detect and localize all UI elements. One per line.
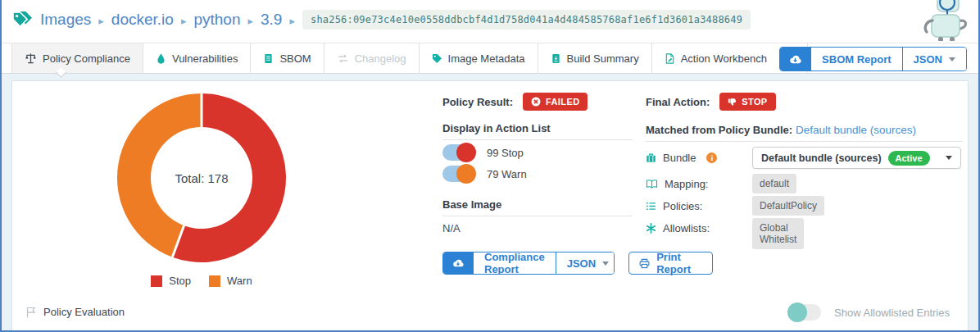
breadcrumb-separator-icon: ▸ (98, 13, 104, 27)
page-header: Images ▸ docker.io ▸ python ▸ 3.9 ▸ sha2… (2, 0, 978, 43)
chevron-down-icon (602, 262, 609, 266)
policies-label: Policies: (663, 200, 702, 212)
tab-vulnerabilities[interactable]: Vulnerabilities (143, 43, 251, 73)
divider (442, 139, 633, 140)
tab-label: Policy Compliance (43, 52, 130, 65)
mapping-value-chip: default (752, 174, 796, 193)
warn-toggle-label: 79 Warn (487, 168, 527, 180)
sbom-report-button[interactable]: SBOM Report (810, 48, 902, 70)
divider (646, 141, 963, 142)
tab-build-summary[interactable]: Build Summary (538, 43, 652, 73)
asterisk-icon (646, 223, 656, 234)
policies-value-chip: DefaultPolicy (752, 196, 824, 216)
breadcrumb-separator-icon: ▸ (289, 13, 295, 27)
chevron-down-icon (946, 156, 952, 160)
printer-icon (639, 258, 650, 269)
base-image-title: Base Image (442, 198, 633, 211)
legend-item-stop: Stop (151, 275, 191, 287)
legend-label: Warn (227, 275, 252, 287)
breadcrumb-registry[interactable]: docker.io (111, 11, 174, 29)
breadcrumb-images[interactable]: Images (40, 11, 91, 29)
tab-label: Action Workbench (681, 52, 767, 65)
base-image-value: N/A (442, 222, 461, 234)
stop-toggle-label: 99 Stop (487, 147, 524, 159)
final-action-badge[interactable]: STOP (719, 93, 775, 111)
tab-changelog: Changelog (324, 43, 420, 73)
policy-result-value: FAILED (546, 97, 580, 107)
breadcrumb-separator-icon: ▸ (181, 13, 187, 27)
policy-evaluation-title: Policy Evaluation (43, 306, 125, 318)
breadcrumb-repository[interactable]: python (193, 11, 240, 29)
print-report-label: Print Report (656, 251, 702, 275)
matched-bundle-link[interactable]: Default bundle (sources) (796, 124, 916, 136)
droplet-icon (156, 53, 166, 64)
warn-color-swatch (209, 275, 220, 287)
legend-item-warn: Warn (209, 275, 252, 287)
divider (442, 216, 633, 216)
action-list-title: Display in Action List (442, 122, 633, 134)
allowlists-value-chip: Global Whitelist (752, 218, 804, 249)
workbench-icon (665, 53, 675, 64)
bundle-select-value: Default bundle (sources) (761, 152, 882, 164)
tag-icon (432, 53, 442, 64)
warn-display-toggle[interactable] (442, 166, 475, 182)
stop-display-toggle[interactable] (442, 144, 475, 161)
bundle-select[interactable]: Default bundle (sources) Active (752, 147, 961, 169)
legend-label: Stop (169, 275, 191, 287)
image-digest-badge: sha256:09e73c4e10e0558ddbcbf4d1d758d041a… (302, 10, 751, 30)
sbom-json-dropdown[interactable]: JSON (902, 48, 966, 70)
compliance-report-button[interactable]: Compliance Report (473, 252, 556, 274)
print-report-button[interactable]: Print Report (628, 252, 713, 275)
policy-evaluation-section-header: Policy Evaluation (25, 306, 125, 318)
matched-bundle-label: Matched from Policy Bundle: (646, 124, 792, 136)
sbom-json-label: JSON (914, 53, 942, 66)
stop-color-swatch (151, 275, 162, 287)
sbom-report-button-group: SBOM Report JSON (779, 47, 967, 71)
tags-icon (11, 9, 33, 30)
list-icon (646, 201, 656, 211)
tab-image-metadata[interactable]: Image Metadata (420, 43, 538, 73)
tab-label: Build Summary (567, 52, 639, 65)
open-book-icon (646, 179, 658, 189)
final-action-value: STOP (742, 97, 767, 107)
image-policy-compliance-page: Images ▸ docker.io ▸ python ▸ 3.9 ▸ sha2… (0, 0, 980, 332)
cloud-download-icon (788, 54, 802, 65)
policy-compliance-panel: Total: 178 Stop Warn Policy Result: (11, 80, 969, 332)
scales-icon (25, 52, 37, 65)
chart-legend: Stop Warn (116, 275, 288, 287)
allowlists-label: Allowlists: (663, 222, 710, 234)
show-allowlisted-toggle[interactable] (788, 304, 821, 321)
tab-label: Vulnerabilities (172, 52, 238, 65)
briefcase-icon (646, 152, 656, 163)
breadcrumb-separator-icon: ▸ (247, 13, 253, 27)
allowlisted-toggle-row: Show Allowlisted Entries (788, 304, 950, 321)
tab-label: Image Metadata (448, 52, 525, 65)
info-icon[interactable] (706, 152, 717, 163)
sbom-icon (263, 53, 274, 64)
chevron-down-icon (949, 57, 955, 61)
download-sbom-button[interactable] (780, 48, 810, 70)
show-allowlisted-label: Show Allowlisted Entries (834, 307, 950, 319)
compliance-donut-chart: Total: 178 (116, 92, 288, 264)
compliance-report-button-group: Compliance Report JSON (442, 252, 615, 275)
flag-icon (25, 307, 37, 318)
thumbs-down-icon (728, 98, 737, 107)
compliance-json-dropdown[interactable]: JSON (556, 252, 615, 274)
download-compliance-report-button[interactable] (443, 252, 473, 274)
circle-x-icon (531, 97, 541, 107)
donut-svg (116, 92, 288, 264)
breadcrumb: Images ▸ docker.io ▸ python ▸ 3.9 ▸ sha2… (11, 9, 751, 30)
tab-sbom[interactable]: SBOM (251, 43, 324, 73)
policy-result-badge[interactable]: FAILED (523, 93, 588, 111)
final-action-label: Final Action: (646, 96, 710, 108)
cloud-download-icon (451, 258, 465, 268)
tab-label: SBOM (279, 52, 311, 65)
tab-policy-compliance[interactable]: Policy Compliance (11, 43, 143, 73)
breadcrumb-tag[interactable]: 3.9 (261, 11, 282, 29)
robot-mascot-icon (919, 0, 972, 41)
tab-label: Changelog (355, 52, 406, 65)
document-icon (551, 53, 561, 64)
mapping-label: Mapping: (665, 178, 708, 190)
compliance-json-label: JSON (567, 257, 596, 270)
bundle-label: Bundle (663, 152, 696, 164)
